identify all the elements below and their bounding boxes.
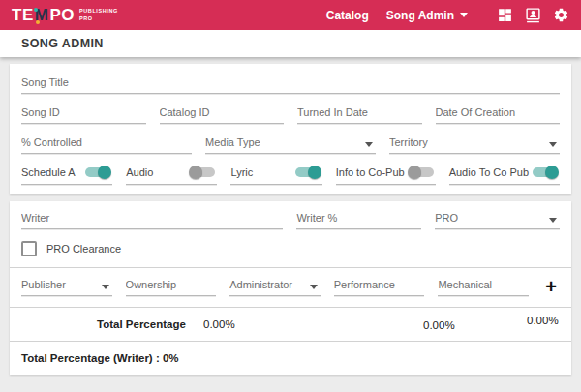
- media-type-select[interactable]: Media Type: [205, 136, 376, 154]
- schedule-a-toggle[interactable]: [85, 167, 110, 177]
- audio-label: Audio: [126, 166, 153, 179]
- totals-row: Total Percentage 0.00% 0.00% 0.00%: [10, 308, 571, 341]
- contacts-icon[interactable]: [525, 7, 541, 23]
- date-of-creation-label: Date Of Creation: [436, 106, 561, 119]
- media-type-label: Media Type: [205, 136, 376, 149]
- schedule-a-label: Schedule A: [21, 166, 76, 179]
- pro-clearance-checkbox[interactable]: [21, 241, 37, 256]
- mechanical-label: Mechanical: [438, 278, 529, 291]
- writer-publisher-card: Writer Writer % PRO PRO Clearance: [10, 201, 571, 375]
- writer-field[interactable]: Writer: [21, 211, 283, 229]
- chevron-down-icon: [549, 218, 557, 223]
- song-title-label: Song Title: [21, 75, 560, 89]
- administrator-label: Administrator: [229, 278, 321, 291]
- info-to-co-pub-label: Info to Co-Pub: [336, 166, 405, 179]
- nav-catalog[interactable]: Catalog: [326, 9, 369, 22]
- logo-subtitle: PUBLISHING PRO: [79, 8, 118, 21]
- dashboard-icon[interactable]: [497, 7, 513, 23]
- pro-label: PRO: [435, 211, 560, 225]
- turned-in-date-label: Turned In Date: [297, 106, 422, 119]
- publisher-select[interactable]: Publisher: [21, 278, 112, 296]
- mechanical-total-value: 0.00%: [527, 315, 559, 326]
- percent-controlled-label: % Controlled: [21, 136, 192, 149]
- turned-in-date-field[interactable]: Turned In Date: [297, 106, 422, 124]
- writer-total-row: Total Percentage (Writer) : 0%: [10, 342, 571, 375]
- writer-total-text: Total Percentage (Writer) : 0%: [21, 352, 179, 364]
- toggle-thumb: [308, 166, 321, 179]
- audio-to-co-pub-toggle-field: Audio To Co Pub: [449, 166, 560, 185]
- audio-to-co-pub-toggle[interactable]: [533, 167, 558, 177]
- logo-po: PO: [49, 7, 75, 23]
- add-publisher-button[interactable]: +: [542, 278, 560, 296]
- chevron-down-icon: [365, 142, 373, 147]
- ownership-total-value: 0.00%: [203, 318, 235, 330]
- pro-select[interactable]: PRO: [435, 211, 560, 229]
- writer-percent-label: Writer %: [296, 211, 421, 225]
- audio-toggle[interactable]: [190, 167, 215, 177]
- catalog-id-field[interactable]: Catalog ID: [160, 106, 285, 124]
- toggle-thumb: [189, 166, 202, 179]
- tempo-logo[interactable]: TEMPO PUBLISHING PRO: [12, 7, 118, 23]
- logo-yellow-dot: [36, 20, 40, 24]
- catalog-id-label: Catalog ID: [160, 106, 285, 119]
- pro-clearance-label: PRO Clearance: [46, 243, 121, 255]
- performance-total-value: 0.00%: [423, 319, 455, 331]
- lyric-toggle-field: Lyric: [230, 166, 321, 185]
- performance-field[interactable]: Performance: [334, 278, 425, 296]
- chevron-down-icon: [549, 142, 557, 147]
- info-to-co-pub-toggle[interactable]: [409, 167, 434, 177]
- lyric-toggle[interactable]: [295, 167, 321, 177]
- pro-clearance-row: PRO Clearance: [21, 241, 560, 256]
- logo-te: TE: [12, 7, 34, 23]
- ownership-label: Ownership: [126, 278, 217, 291]
- chevron-down-icon: [460, 13, 468, 17]
- content-area: Song Title Song ID Catalog ID Turned In …: [0, 57, 581, 392]
- info-to-co-pub-toggle-field: Info to Co-Pub: [336, 166, 436, 185]
- logo-teal-dot: [34, 8, 38, 12]
- writer-section: Writer Writer % PRO PRO Clearance: [10, 201, 571, 267]
- nav-song-admin[interactable]: Song Admin: [386, 9, 468, 22]
- settings-icon[interactable]: [553, 7, 569, 23]
- chevron-down-icon: [310, 285, 318, 289]
- app-header: TEMPO PUBLISHING PRO Catalog Song Admin: [0, 0, 581, 30]
- publisher-label: Publisher: [21, 278, 112, 291]
- schedule-a-toggle-field: Schedule A: [21, 166, 112, 185]
- song-title-field[interactable]: Song Title: [21, 75, 560, 94]
- toggle-thumb: [545, 166, 559, 179]
- page-title: SONG ADMIN: [0, 30, 581, 57]
- lyric-label: Lyric: [230, 166, 253, 179]
- administrator-select[interactable]: Administrator: [229, 278, 321, 296]
- date-of-creation-field[interactable]: Date Of Creation: [436, 106, 561, 124]
- song-id-field[interactable]: Song ID: [21, 106, 146, 124]
- logo-m-note-icon: M: [35, 7, 49, 23]
- toggle-thumb: [408, 166, 421, 179]
- writer-label: Writer: [21, 211, 283, 225]
- territory-select[interactable]: Territory: [389, 136, 560, 154]
- writer-percent-field[interactable]: Writer %: [296, 211, 421, 229]
- audio-to-co-pub-label: Audio To Co Pub: [449, 166, 529, 179]
- logo-wordmark: TEMPO: [12, 7, 75, 23]
- total-percentage-label: Total Percentage: [97, 318, 186, 330]
- publisher-section: Publisher Ownership Administrator Perfor…: [10, 268, 571, 307]
- song-admin-screen: TEMPO PUBLISHING PRO Catalog Song Admin: [0, 0, 581, 392]
- toggle-thumb: [98, 166, 111, 179]
- territory-label: Territory: [389, 136, 560, 149]
- audio-toggle-field: Audio: [126, 166, 217, 185]
- song-id-label: Song ID: [21, 106, 146, 119]
- ownership-field[interactable]: Ownership: [126, 278, 217, 296]
- mechanical-field[interactable]: Mechanical: [438, 278, 529, 296]
- performance-label: Performance: [334, 278, 425, 291]
- percent-controlled-field[interactable]: % Controlled: [21, 136, 192, 154]
- chevron-down-icon: [102, 285, 109, 289]
- song-details-card: Song Title Song ID Catalog ID Turned In …: [10, 64, 571, 194]
